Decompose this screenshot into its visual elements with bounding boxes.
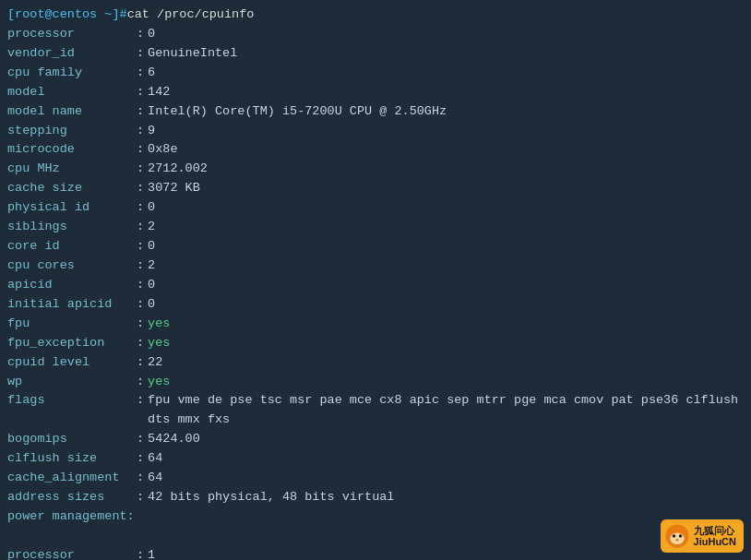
row-val: fpu vme de pse tsc msr pae mce cx8 apic …: [148, 391, 744, 430]
row-val: yes: [148, 315, 170, 334]
row-key: physical id: [7, 198, 137, 218]
row-sep: :: [137, 546, 144, 560]
row-val: GenuineIntel: [148, 44, 237, 64]
table-row: vendor_id : GenuineIntel: [7, 44, 744, 64]
row-key: stepping: [7, 122, 137, 141]
table-row: wp : yes: [7, 373, 744, 392]
table-row: cpuid level : 22: [7, 353, 744, 373]
row-key: microcode: [7, 140, 137, 160]
row-key: power management:: [7, 507, 137, 527]
row-val: 2: [148, 218, 155, 237]
row-key: clflush size: [7, 449, 137, 469]
row-key: model: [7, 83, 137, 102]
table-row: core id : 0: [7, 237, 744, 256]
row-key: cpu MHz: [7, 160, 137, 179]
row-val: 0: [148, 237, 155, 256]
row-key: fpu_exception: [7, 334, 137, 353]
row-val: 0: [148, 25, 155, 44]
table-row: [7, 527, 744, 546]
row-sep: :: [137, 83, 144, 102]
table-row: cpu cores : 2: [7, 256, 744, 276]
row-val: 142: [148, 83, 170, 102]
row-val: 3072 KB: [148, 179, 200, 198]
row-sep: :: [137, 295, 144, 315]
row-sep: :: [137, 469, 144, 488]
table-row: cache_alignment : 64: [7, 469, 744, 488]
table-row: fpu_exception : yes: [7, 334, 744, 353]
row-sep: :: [137, 122, 144, 141]
row-key: wp: [7, 373, 137, 392]
table-row: flags : fpu vme de pse tsc msr pae mce c…: [7, 391, 744, 430]
prompt-text: [root@centos ~]#: [7, 6, 127, 25]
svg-point-5: [678, 534, 682, 538]
watermark-chinese: 九狐问心: [694, 525, 736, 536]
row-key: address sizes: [7, 488, 137, 507]
row-sep: :: [137, 179, 144, 198]
watermark-fox-icon: [664, 523, 690, 549]
watermark: 九狐问心 JiuHuCN: [661, 519, 744, 553]
row-val: yes: [148, 373, 170, 392]
table-row: siblings : 2: [7, 218, 744, 237]
row-val: 2712.002: [148, 160, 208, 179]
prompt-command: cat /proc/cpuinfo: [127, 6, 255, 25]
watermark-english: JiuHuCN: [694, 536, 736, 547]
row-val: 0: [148, 295, 155, 315]
row-val: 0: [148, 276, 155, 295]
row-sep: :: [137, 102, 144, 122]
row-val: 9: [148, 122, 155, 141]
row-val: 2: [148, 256, 155, 276]
table-row: cpu MHz : 2712.002: [7, 160, 744, 179]
row-key: cpuid level: [7, 353, 137, 373]
row-key: processor: [7, 546, 137, 560]
row-val: 22: [148, 353, 162, 373]
row-key: cache size: [7, 179, 137, 198]
row-key: processor: [7, 25, 137, 44]
table-row: fpu : yes: [7, 315, 744, 334]
row-key: fpu: [7, 315, 137, 334]
row-sep: :: [137, 44, 144, 64]
table-row: processor : 0: [7, 25, 744, 44]
row-val: 1: [148, 546, 155, 560]
row-val: Intel(R) Core(TM) i5-7200U CPU @ 2.50GHz: [148, 102, 447, 122]
row-sep: :: [137, 315, 144, 334]
row-key: model name: [7, 102, 137, 122]
row-key: apicid: [7, 276, 137, 295]
svg-point-3: [670, 533, 684, 545]
watermark-text-block: 九狐问心 JiuHuCN: [694, 525, 736, 547]
row-val: 64: [148, 449, 162, 469]
row-key: cpu cores: [7, 256, 137, 276]
row-val: yes: [148, 334, 170, 353]
row-val: 42 bits physical, 48 bits virtual: [148, 488, 394, 507]
table-row: bogomips : 5424.00: [7, 430, 744, 449]
row-sep: :: [137, 391, 144, 430]
table-row: address sizes : 42 bits physical, 48 bit…: [7, 488, 744, 507]
row-val: 6: [148, 64, 155, 83]
row-val: 0x8e: [148, 140, 177, 160]
row-sep: :: [137, 430, 144, 449]
row-sep: :: [137, 256, 144, 276]
prompt-line: [root@centos ~]# cat /proc/cpuinfo: [7, 6, 744, 25]
table-row: processor : 1: [7, 546, 744, 560]
svg-point-6: [675, 539, 678, 541]
row-sep: :: [137, 218, 144, 237]
svg-point-4: [672, 534, 675, 538]
row-key: flags: [7, 391, 137, 430]
row-sep: :: [137, 488, 144, 507]
row-sep: :: [137, 334, 144, 353]
row-key: vendor_id: [7, 44, 137, 64]
table-row: power management:: [7, 507, 744, 527]
table-row: microcode : 0x8e: [7, 140, 744, 160]
row-sep: :: [137, 198, 144, 218]
row-sep: :: [137, 276, 144, 295]
row-key: bogomips: [7, 430, 137, 449]
row-sep: :: [137, 373, 144, 392]
table-row: model : 142: [7, 83, 744, 102]
row-sep: :: [137, 25, 144, 44]
table-row: cpu family : 6: [7, 64, 744, 83]
row-key: initial apicid: [7, 295, 137, 315]
terminal-window: [root@centos ~]# cat /proc/cpuinfo proce…: [0, 0, 751, 560]
table-row: physical id : 0: [7, 198, 744, 218]
table-row: cache size : 3072 KB: [7, 179, 744, 198]
table-row: initial apicid : 0: [7, 295, 744, 315]
row-key: cpu family: [7, 64, 137, 83]
